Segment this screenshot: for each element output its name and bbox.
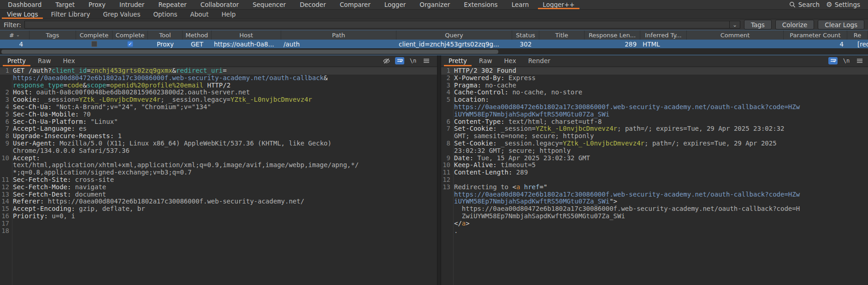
column-header-inferred-type[interactable]: Inferred Ty... [640,30,687,40]
menu-item-collaborator[interactable]: Collaborator [194,0,246,9]
eye-off-icon[interactable] [382,57,391,64]
menu-item-dashboard[interactable]: Dashboard [1,0,48,9]
line-text: Upgrade-Insecure-Requests: 1 [9,133,122,140]
response-editor[interactable]: 1HTTP/2 302 Found2X-Powered-By: Express3… [441,67,868,285]
column-label: Title [555,32,568,39]
response-line: 6Content-Type: text/html; charset=utf-8 [441,118,868,126]
menu-item-intruder[interactable]: Intruder [112,0,151,9]
menu-item-proxy[interactable]: Proxy [82,0,112,9]
menu-item-comparer[interactable]: Comparer [333,0,378,9]
gear-icon: ⚙ [826,1,832,8]
filter-input[interactable] [24,21,729,29]
column-header-number[interactable]: #⌄ [0,30,30,40]
complete-request-checkbox[interactable] [91,41,97,47]
cell-number[interactable]: 4 [0,40,30,48]
cell-status[interactable]: 302 [512,40,539,48]
menubar: DashboardTargetProxyIntruderRepeaterColl… [0,0,868,10]
cell-response-length[interactable]: 289 [585,40,640,48]
request-tab-raw[interactable]: Raw [32,55,57,66]
cell-method[interactable]: GET [183,40,212,48]
subtab-grep-values[interactable]: Grep Values [96,10,147,19]
request-line: 9User-Agent: Mozilla/5.0 (X11; Linux x86… [0,140,437,147]
horizontal-scrollbar[interactable] [0,48,868,55]
subtab-help[interactable]: Help [215,10,242,19]
settings-button[interactable]: ⚙ Settings [823,1,863,8]
response-tab-pretty[interactable]: Pretty [443,55,473,66]
cell-parameter-count[interactable]: 4 [784,40,847,48]
newline-icon[interactable]: \n [408,57,418,64]
subtab-about[interactable]: About [184,10,215,19]
column-header-query[interactable]: Query [396,30,512,40]
column-header-title[interactable]: Title [539,30,585,40]
word-wrap-icon[interactable] [828,57,838,64]
subtab-options[interactable]: Options [147,10,183,19]
cell-query[interactable]: client_id=znchj453grts02zq9g... [396,40,512,48]
panel-splitter[interactable] [437,55,441,285]
menu-item-organizer[interactable]: Organizer [413,0,457,9]
column-header-response-length[interactable]: Response Len... [585,30,640,40]
loggerpp-subtabs: View LogsFilter LibraryGrep ValuesOption… [0,10,868,19]
response-tab-hex[interactable]: Hex [498,55,522,66]
column-header-status[interactable]: Status [512,30,539,40]
cell-complete-request[interactable] [76,40,112,48]
column-header-reflections[interactable]: Re [847,30,868,40]
request-line: 10Accept: [0,155,437,162]
column-header-tags[interactable]: Tags [30,30,76,40]
menu-item-loggerplusplus[interactable]: Logger++ [536,0,581,9]
column-header-tool[interactable]: Tool [148,30,183,40]
column-header-complete-response[interactable]: Complete [112,30,148,40]
cell-tool[interactable]: Proxy [148,40,183,48]
subtab-view-logs[interactable]: View Logs [0,10,44,19]
filter-dropdown-button[interactable]: ⌄ [729,21,740,29]
response-line: 11Content-Length: 289 [441,169,868,176]
request-line: 1GET /auth?client_id=znchj453grts02zq9gx… [0,67,437,75]
log-table-selected-row[interactable]: 4ProxyGEThttps://oauth-0a8.../authclient… [0,40,868,48]
cell-tags[interactable] [30,40,76,48]
cell-host[interactable]: https://oauth-0a8... [212,40,281,48]
request-line: 17 [0,220,437,227]
menu-item-learn[interactable]: Learn [505,0,536,9]
horizontal-scrollbar-thumb[interactable] [1,50,498,54]
subtab-filter-library[interactable]: Filter Library [44,10,96,19]
menu-icon[interactable] [855,57,864,64]
cell-title[interactable] [539,40,585,48]
menu-item-extensions[interactable]: Extensions [457,0,504,9]
line-number [441,191,450,198]
cell-comment[interactable] [687,40,784,48]
menu-icon[interactable] [422,57,431,64]
response-tab-render[interactable]: Render [522,55,556,66]
complete-response-checkbox[interactable] [127,41,133,47]
newline-icon[interactable]: \n [842,57,851,64]
request-editor[interactable]: 1GET /auth?client_id=znchj453grts02zq9gx… [0,67,437,285]
column-header-comment[interactable]: Comment [687,30,784,40]
response-tab-raw[interactable]: Raw [473,55,498,66]
column-header-complete-request[interactable]: Complete [76,30,112,40]
menu-item-logger[interactable]: Logger [378,0,413,9]
word-wrap-icon[interactable] [395,57,404,64]
response-line: 9Date: Tue, 15 Apr 2025 23:02:32 GMT [441,155,868,162]
menu-item-repeater[interactable]: Repeater [151,0,193,9]
menu-item-sequencer[interactable]: Sequencer [246,0,293,9]
line-text: Accept-Encoding: gzip, deflate, br [9,205,145,213]
search-button[interactable]: Search [786,1,823,8]
column-header-path[interactable]: Path [281,30,396,40]
column-header-method[interactable]: Method [183,30,212,40]
line-number: 1 [441,67,450,75]
request-line: 7Accept-Language: es [0,125,437,133]
tags-button[interactable]: Tags [744,20,772,29]
line-number: 17 [0,220,9,227]
request-tab-hex[interactable]: Hex [57,55,81,66]
menu-item-target[interactable]: Target [48,0,82,9]
cell-inferred-type[interactable]: HTML [640,40,687,48]
cell-path[interactable]: /auth [281,40,396,48]
clear-logs-button[interactable]: Clear Logs [818,20,864,29]
cell-reflections[interactable]: [red [847,40,868,48]
line-number: 7 [441,125,450,133]
request-tab-pretty[interactable]: Pretty [1,55,32,66]
column-header-host[interactable]: Host [212,30,281,40]
colorize-button[interactable]: Colorize [775,20,814,29]
menu-item-decoder[interactable]: Decoder [293,0,333,9]
line-text: Sec-Fetch-Mode: navigate [9,184,106,191]
column-header-parameter-count[interactable]: Parameter Count [784,30,847,40]
cell-complete-response[interactable] [112,40,148,48]
